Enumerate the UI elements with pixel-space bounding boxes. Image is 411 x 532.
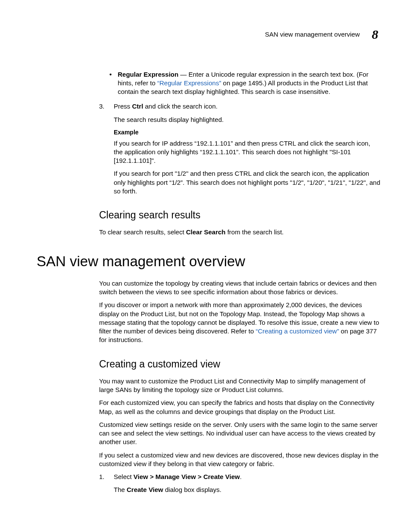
link-regular-expressions[interactable]: “Regular Expressions” bbox=[157, 79, 221, 87]
step1-result-post: dialog box displays. bbox=[163, 486, 221, 493]
example-1: If you search for IP address “192.1.1.10… bbox=[114, 139, 381, 165]
clear-search-label: Clear Search bbox=[186, 228, 226, 236]
bullet-lead: Regular Expression bbox=[118, 71, 178, 78]
chapter-number: 8 bbox=[372, 26, 378, 44]
step1-post: . bbox=[240, 473, 242, 480]
ctrl-key: Ctrl bbox=[132, 103, 143, 110]
step3-pre: Press bbox=[114, 103, 132, 110]
creating-p1: You may want to customize the Product Li… bbox=[99, 377, 381, 395]
creating-p3: Customized view settings reside on the s… bbox=[99, 420, 381, 447]
content-column: • Regular Expression — Enter a Unicode r… bbox=[99, 70, 381, 196]
step-number: 3. bbox=[99, 102, 108, 111]
bullet-item-regex: • Regular Expression — Enter a Unicode r… bbox=[109, 70, 381, 96]
step3-post: and click the search icon. bbox=[143, 103, 218, 110]
bullet-icon: • bbox=[109, 70, 112, 96]
clearing-text: To clear search results, select Clear Se… bbox=[99, 228, 381, 236]
running-header-title: SAN view management overview bbox=[265, 30, 360, 39]
creating-step-1-result: The Create View dialog box displays. bbox=[114, 485, 381, 494]
clearing-post: from the search list. bbox=[225, 228, 283, 236]
clearing-pre: To clear search results, select bbox=[99, 228, 186, 236]
step-number: 1. bbox=[99, 473, 108, 481]
bullet-text: Regular Expression — Enter a Unicode reg… bbox=[118, 70, 381, 96]
example-label: Example bbox=[114, 128, 381, 137]
heading-san-view-management-overview: SAN view management overview bbox=[37, 252, 381, 271]
create-view-dialog-text: The Create View dialog box displays. bbox=[114, 485, 381, 494]
heading-clearing-search-results: Clearing search results bbox=[99, 208, 381, 222]
step1-result-pre: The bbox=[114, 486, 127, 493]
step3-result: The search results display highlighted. bbox=[114, 115, 381, 124]
menu-path: View > Manage View > Create View bbox=[134, 473, 240, 480]
creating-p2: For each customized view, you can specif… bbox=[99, 398, 381, 416]
overview-p1: You can customize the topology by creati… bbox=[99, 279, 381, 297]
step-3-details: The search results display highlighted. … bbox=[114, 115, 381, 196]
creating-p4: If you select a customized view and new … bbox=[99, 451, 381, 469]
step1-pre: Select bbox=[114, 473, 134, 480]
heading-creating-customized-view: Creating a customized view bbox=[99, 358, 381, 371]
overview-p2: If you discover or import a network with… bbox=[99, 301, 381, 344]
create-view-bold: Create View bbox=[127, 486, 163, 493]
step-text: Select View > Manage View > Create View. bbox=[114, 473, 381, 481]
step-3: 3. Press Ctrl and click the search icon. bbox=[99, 102, 381, 111]
example-2: If you search for port "1/2" and then pr… bbox=[114, 169, 381, 196]
step-text: Press Ctrl and click the search icon. bbox=[114, 102, 381, 111]
creating-step-1: 1. Select View > Manage View > Create Vi… bbox=[99, 473, 381, 481]
running-header: SAN view management overview 8 bbox=[37, 26, 381, 44]
link-creating-customized-view[interactable]: “Creating a customized view” bbox=[256, 327, 339, 335]
page: SAN view management overview 8 • Regular… bbox=[0, 0, 411, 525]
